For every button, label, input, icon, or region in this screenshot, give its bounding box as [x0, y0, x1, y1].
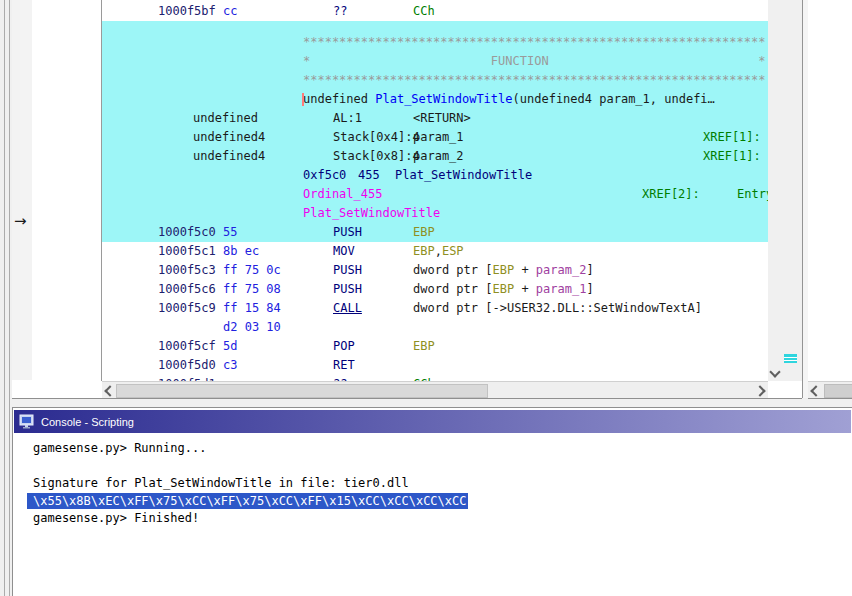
listing-token[interactable]: <RETURN> — [413, 111, 471, 125]
listing-token[interactable]: XREF[1]: — [703, 149, 761, 163]
listing-token[interactable]: 455 — [358, 168, 380, 182]
listing-token[interactable]: MOV — [333, 244, 355, 258]
scroll-left-icon[interactable] — [810, 385, 821, 396]
listing-token[interactable]: RET — [333, 358, 355, 372]
listing-row[interactable]: 1000f5c055PUSHEBP — [12, 223, 802, 242]
scroll-left-icon[interactable] — [104, 385, 115, 396]
listing-token[interactable]: 8b ec — [223, 244, 259, 258]
marker-margin[interactable] — [782, 0, 802, 381]
listing-row[interactable]: ****************************************… — [12, 33, 802, 52]
listing-token[interactable]: Stack[0x8]:4 — [333, 149, 420, 163]
selected-signature-text[interactable]: \x55\x8B\xEC\xFF\x75\xCC\xFF\x75\xCC\xFF… — [27, 493, 468, 509]
listing-token[interactable]: 5d — [223, 339, 237, 353]
listing-token[interactable]: ****************************************… — [303, 35, 765, 49]
listing-token[interactable]: Ordinal_455 — [303, 187, 382, 201]
listing-token[interactable]: PUSH — [333, 263, 362, 277]
listing-token[interactable]: EBP — [413, 244, 435, 258]
listing-row[interactable]: 1000f5bfcc??CCh — [12, 2, 802, 21]
listing-row[interactable]: d2 03 10 — [12, 318, 802, 337]
listing-row[interactable]: * FUNCTION * — [12, 52, 802, 71]
listing-token[interactable]: CCh — [413, 4, 435, 18]
listing-token[interactable]: ff 75 08 — [223, 282, 281, 296]
listing-token[interactable]: undefined4 — [193, 130, 265, 144]
listing-row[interactable]: undefined4Stack[0x8]:4param_2XREF[1]: — [12, 147, 802, 166]
listing-token[interactable]: , — [435, 244, 442, 258]
listing-token[interactable]: ?? — [333, 4, 347, 18]
listing-token[interactable]: Plat_SetWindowTitle — [375, 92, 512, 106]
listing-row[interactable]: ****************************************… — [12, 71, 802, 90]
listing-token[interactable]: EBP — [413, 225, 435, 239]
listing-row[interactable]: 1000f5d0c3RET — [12, 356, 802, 375]
listing-token[interactable]: + — [514, 263, 536, 277]
listing-row[interactable]: 1000f5cf5dPOPEBP — [12, 337, 802, 356]
console-titlebar[interactable]: Console - Scripting — [14, 409, 851, 433]
listing-row[interactable]: 1000f5c9ff 15 84CALLdword ptr [->USER32.… — [12, 299, 802, 318]
console-line[interactable]: gamesense.py> Running... — [14, 440, 851, 458]
listing-token[interactable]: EBP — [413, 339, 435, 353]
listing-token[interactable]: ESP — [442, 244, 464, 258]
vertical-scrollbar[interactable] — [768, 0, 782, 381]
listing-token[interactable]: ****************************************… — [303, 73, 765, 87]
listing-token[interactable]: AL:1 — [333, 111, 362, 125]
listing-token[interactable]: PUSH — [333, 225, 362, 239]
listing-token[interactable]: 1000f5cf — [158, 339, 216, 353]
listing-token[interactable]: 1000f5c0 — [158, 225, 216, 239]
listing-token[interactable]: undefined — [303, 92, 375, 106]
listing-token[interactable]: POP — [333, 339, 355, 353]
listing-token[interactable]: 55 — [223, 225, 237, 239]
scroll-down-icon[interactable] — [769, 366, 780, 377]
listing-token[interactable]: * FUNCTION * — [303, 54, 765, 68]
listing-token[interactable]: undefined — [193, 111, 258, 125]
listing-token[interactable]: ff 75 0c — [223, 263, 281, 277]
listing-token[interactable]: 1000f5c1 — [158, 244, 216, 258]
listing-row[interactable]: undefined4Stack[0x4]:4param_1XREF[1]: — [12, 128, 802, 147]
listing-token[interactable]: undefined4 — [193, 149, 265, 163]
listing-token[interactable]: CALL — [333, 301, 362, 315]
listing-token[interactable]: 1000f5c3 — [158, 263, 216, 277]
listing-token[interactable]: 1000f5c6 — [158, 282, 216, 296]
listing-token[interactable]: ff 15 84 — [223, 301, 281, 315]
listing-token[interactable]: 1000f5c9 — [158, 301, 216, 315]
listing-token[interactable]: PUSH — [333, 282, 362, 296]
listing-token[interactable]: param_1 — [536, 282, 587, 296]
horizontal-scrollbar[interactable] — [102, 381, 768, 398]
listing-row[interactable]: 0xf5c0455Plat_SetWindowTitle — [12, 166, 802, 185]
listing-token[interactable]: dword ptr [ — [413, 263, 492, 277]
console-line[interactable]: \x55\x8B\xEC\xFF\x75\xCC\xFF\x75\xCC\xFF… — [14, 493, 851, 511]
listing-token[interactable]: XREF[1]: — [703, 130, 761, 144]
scroll-right-icon[interactable] — [754, 385, 765, 396]
listing-row[interactable]: Ordinal_455XREF[2]:Entry — [12, 185, 802, 204]
listing-row[interactable]: 1000f5c3ff 75 0cPUSHdword ptr [EBP + par… — [12, 261, 802, 280]
listing-token[interactable]: EBP — [492, 263, 514, 277]
listing-token[interactable]: d2 03 10 — [223, 320, 281, 334]
listing-row[interactable]: undefinedAL:1<RETURN> — [12, 109, 802, 128]
listing-token[interactable]: cc — [223, 4, 237, 18]
listing-token[interactable]: 0xf5c0 — [303, 168, 346, 182]
listing-token[interactable]: param_1 — [413, 130, 464, 144]
console-output[interactable]: gamesense.py> Running...Signature for Pl… — [14, 433, 851, 596]
listing-token[interactable]: 1000f5bf — [158, 4, 216, 18]
listing-token[interactable]: + — [514, 282, 536, 296]
listing-token[interactable]: Plat_SetWindowTitle — [395, 168, 532, 182]
console-line[interactable]: Signature for Plat_SetWindowTitle in fil… — [14, 475, 851, 493]
scrollbar-thumb[interactable] — [824, 384, 852, 398]
listing-row[interactable]: 1000f5c6ff 75 08PUSHdword ptr [EBP + par… — [12, 280, 802, 299]
selection-marker-icon[interactable] — [784, 354, 797, 363]
listing-token[interactable]: ] — [586, 263, 593, 277]
listing-token[interactable]: Plat_SetWindowTitle — [303, 206, 440, 220]
listing-row[interactable]: Plat_SetWindowTitle — [12, 204, 802, 223]
console-line[interactable]: gamesense.py> Finished! — [14, 510, 851, 528]
listing-token[interactable]: 1000f5d0 — [158, 358, 216, 372]
listing-token[interactable]: Stack[0x4]:4 — [333, 130, 420, 144]
listing-row[interactable]: undefined Plat_SetWindowTitle(undefined4… — [12, 90, 802, 109]
listing-token[interactable]: ] — [586, 282, 593, 296]
listing-token[interactable]: c3 — [223, 358, 237, 372]
listing-row[interactable]: 1000f5c18b ecMOVEBP,ESP — [12, 242, 802, 261]
listing-token[interactable]: dword ptr [ — [413, 282, 492, 296]
listing-token[interactable]: EBP — [492, 282, 514, 296]
listing-token[interactable]: param_2 — [413, 149, 464, 163]
listing-token[interactable]: param_2 — [536, 263, 587, 277]
horizontal-scrollbar[interactable] — [808, 381, 852, 398]
listing-token[interactable]: XREF[2]: — [642, 187, 700, 201]
scrollbar-thumb[interactable] — [116, 384, 488, 398]
